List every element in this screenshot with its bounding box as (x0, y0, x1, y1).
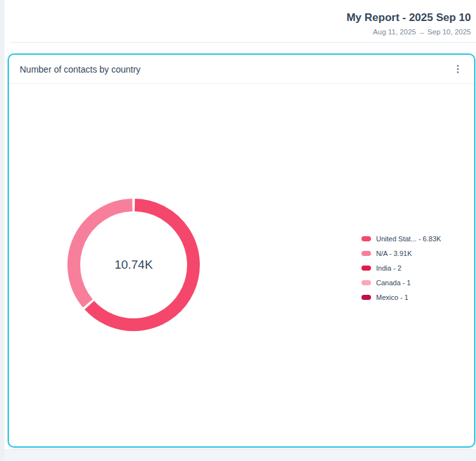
legend-label: Mexico - 1 (376, 294, 409, 301)
legend-swatch (361, 295, 371, 300)
legend-label: United Stat... - 6.83K (376, 235, 441, 243)
legend-item-mexico[interactable]: Mexico - 1 (361, 290, 441, 304)
report-date-range: Aug 11, 2025 → Sep 10, 2025 (10, 27, 471, 37)
legend-swatch (361, 236, 371, 241)
legend-swatch (361, 251, 371, 256)
donut-chart (64, 195, 204, 335)
chart-title: Number of contacts by country (20, 64, 141, 74)
legend-label: Canada - 1 (376, 279, 410, 287)
legend-item-united-states[interactable]: United Stat... - 6.83K (361, 231, 441, 246)
legend-item-india[interactable]: India - 2 (361, 260, 441, 275)
kebab-dot (457, 71, 459, 73)
legend-label: N/A - 3.91K (376, 250, 412, 257)
card-header: Number of contacts by country (9, 55, 474, 84)
chart-legend: United Stat... - 6.83KN/A - 3.91KIndia -… (361, 231, 441, 304)
chart-area: 10.74K United Stat... - 6.83KN/A - 3.91K… (9, 84, 474, 446)
donut-segment-n-a[interactable] (74, 205, 132, 303)
legend-swatch (361, 280, 371, 285)
legend-item-n-a[interactable]: N/A - 3.91K (361, 246, 441, 260)
donut-segment-united-states[interactable] (89, 205, 193, 325)
legend-item-canada[interactable]: Canada - 1 (361, 275, 441, 290)
header-divider (10, 42, 476, 43)
report-header: My Report - 2025 Sep 10 Aug 11, 2025 → S… (0, 0, 476, 37)
kebab-dot (457, 65, 459, 67)
legend-swatch (361, 266, 371, 271)
page-bottom-strip (0, 449, 476, 461)
page-left-edge-strip (0, 0, 4, 461)
report-title: My Report - 2025 Sep 10 (10, 10, 471, 25)
report-card: Number of contacts by country 10.74K Uni… (8, 53, 475, 448)
kebab-menu-icon[interactable] (450, 62, 465, 77)
legend-label: India - 2 (376, 264, 402, 272)
kebab-dot (457, 68, 459, 70)
